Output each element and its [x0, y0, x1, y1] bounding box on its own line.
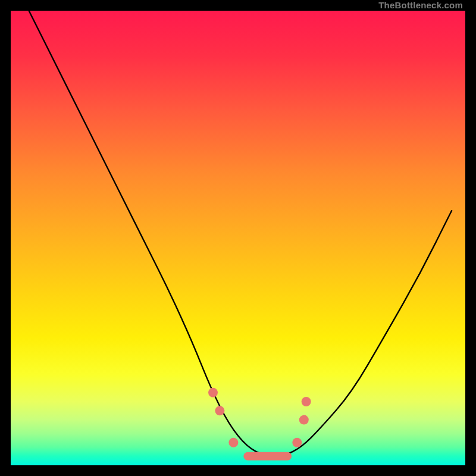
watermark-text: TheBottleneck.com	[378, 0, 463, 11]
curve-marker	[299, 415, 309, 425]
chart-svg	[11, 11, 465, 465]
trough-marker	[243, 452, 292, 461]
curve-marker	[208, 388, 218, 397]
bottleneck-curve	[29, 11, 452, 456]
curve-marker	[302, 397, 311, 406]
plot-area	[11, 11, 465, 465]
curve-marker	[215, 406, 224, 415]
curve-marker	[228, 438, 238, 447]
chart-frame: TheBottleneck.com	[0, 0, 476, 476]
curve-marker	[292, 438, 302, 447]
